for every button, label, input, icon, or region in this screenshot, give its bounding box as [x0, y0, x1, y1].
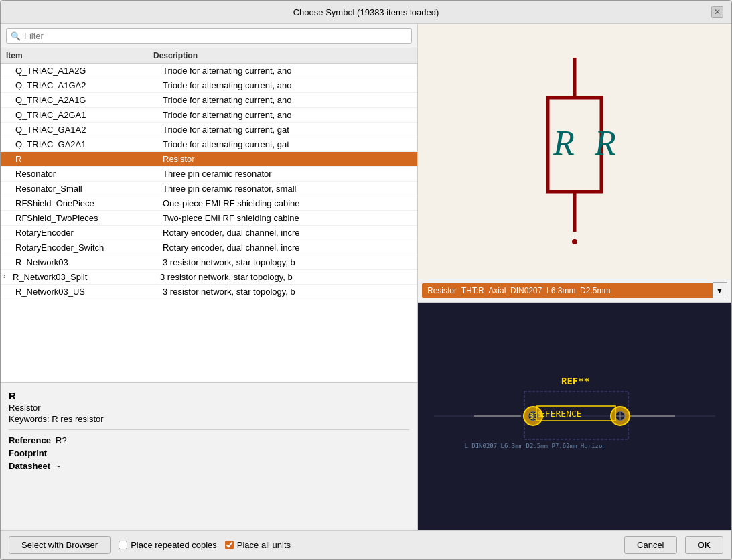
close-button[interactable]: ✕	[711, 6, 723, 18]
row-item-name: R_Network03	[15, 257, 163, 267]
place-repeated-label[interactable]: Place repeated copies	[119, 540, 217, 550]
resistor-symbol-svg: R R	[501, 44, 648, 259]
list-row[interactable]: Q_TRIAC_A2A1GTriode for alternating curr…	[1, 93, 417, 108]
left-panel: 🔍 Item Description Q_TRIAC_A1A2GTriode f…	[1, 24, 418, 530]
row-item-desc: Triode for alternating current, ano	[163, 66, 412, 76]
list-row[interactable]: RResistor	[1, 152, 417, 167]
list-row[interactable]: Resonator_SmallThree pin ceramic resonat…	[1, 182, 417, 196]
row-item-name: Resonator	[15, 169, 163, 179]
info-divider	[9, 429, 409, 430]
chevron-icon	[6, 213, 15, 223]
datasheet-field: Datasheet ~	[9, 461, 409, 471]
row-item-name: R_Network03_US	[15, 287, 163, 297]
place-repeated-text: Place repeated copies	[131, 540, 217, 550]
list-row[interactable]: RFShield_TwoPiecesTwo-piece EMI RF shiel…	[1, 211, 417, 226]
filter-input[interactable]	[24, 31, 407, 41]
list-row[interactable]: RotaryEncoderRotary encoder, dual channe…	[1, 226, 417, 240]
ok-button[interactable]: OK	[685, 536, 724, 554]
row-item-name: RFShield_TwoPieces	[15, 213, 163, 223]
svg-text:REF**: REF**	[561, 376, 589, 387]
col-desc-header: Description	[153, 51, 412, 60]
list-row[interactable]: Q_TRIAC_GA1A2Triode for alternating curr…	[1, 123, 417, 137]
place-units-label[interactable]: Place all units	[225, 540, 291, 550]
row-item-name: Q_TRIAC_A2A1G	[15, 95, 163, 105]
row-item-name: R_Network03_Split	[13, 272, 160, 282]
row-item-name: Q_TRIAC_A1GA2	[15, 80, 163, 90]
filter-bar: 🔍	[1, 24, 417, 48]
row-item-desc: Triode for alternating current, ano	[163, 110, 412, 120]
list-row[interactable]: Q_TRIAC_GA2A1Triode for alternating curr…	[1, 137, 417, 152]
row-item-name: R	[15, 154, 163, 164]
row-item-desc: Resistor	[163, 154, 412, 164]
svg-text:_L_DIN0207_L6.3mm_D2.5mm_P7.62: _L_DIN0207_L6.3mm_D2.5mm_P7.62mm_Horizon	[461, 443, 606, 449]
row-item-desc: Rotary encoder, dual channel, incre	[163, 242, 412, 253]
row-item-desc: Triode for alternating current, ano	[163, 95, 412, 105]
chevron-icon	[6, 66, 15, 76]
footprint-label: Footprint	[9, 448, 47, 458]
row-item-name: Q_TRIAC_A2GA1	[15, 110, 163, 120]
cancel-button[interactable]: Cancel	[624, 536, 676, 554]
row-item-desc: 3 resistor network, star topology, b	[163, 257, 412, 267]
select-browser-button[interactable]: Select with Browser	[9, 536, 111, 554]
svg-point-5	[572, 239, 577, 244]
chevron-icon	[6, 228, 15, 238]
chevron-icon	[6, 198, 15, 208]
footprint-preview-svg: $0 REF** EFERENCE $ _L_DIN0207_L6.3mm_D2…	[434, 354, 715, 478]
row-item-desc: Triode for alternating current, ano	[163, 80, 412, 90]
list-row[interactable]: Q_TRIAC_A1GA2Triode for alternating curr…	[1, 78, 417, 93]
row-item-desc: Triode for alternating current, gat	[163, 139, 412, 149]
row-item-name: RotaryEncoder_Switch	[15, 242, 163, 253]
row-item-desc: 3 resistor network, star topology, b	[160, 272, 412, 282]
footprint-bar: Resistor_THT:R_Axial_DIN0207_L6.3mm_D2.5…	[418, 279, 731, 303]
place-repeated-checkbox[interactable]	[119, 541, 127, 549]
list-row[interactable]: RFShield_OnePieceOne-piece EMI RF shield…	[1, 196, 417, 211]
symbol-list[interactable]: Q_TRIAC_A1A2GTriode for alternating curr…	[1, 64, 417, 382]
row-item-name: Q_TRIAC_GA1A2	[15, 125, 163, 135]
chevron-icon: ›	[3, 272, 13, 282]
choose-symbol-dialog: Choose Symbol (19383 items loaded) ✕ 🔍 I…	[0, 0, 732, 560]
keywords-value: R res resistor	[52, 414, 103, 424]
info-description: Resistor	[9, 403, 409, 413]
list-header: Item Description	[1, 48, 417, 64]
svg-text:EFERENCE: EFERENCE	[540, 409, 582, 419]
place-units-checkbox[interactable]	[225, 541, 234, 549]
chevron-icon	[6, 287, 15, 297]
search-icon: 🔍	[11, 31, 21, 41]
list-row[interactable]: ResonatorThree pin ceramic resonator	[1, 167, 417, 182]
dialog-title: Choose Symbol (19383 items loaded)	[21, 7, 711, 17]
col-item-header: Item	[6, 51, 153, 60]
list-row[interactable]: RotaryEncoder_SwitchRotary encoder, dual…	[1, 240, 417, 255]
row-item-name: RotaryEncoder	[15, 228, 163, 238]
title-bar: Choose Symbol (19383 items loaded) ✕	[1, 1, 731, 24]
row-item-desc: One-piece EMI RF shielding cabine	[163, 198, 412, 208]
reference-value: R?	[56, 435, 67, 445]
svg-text:R: R	[553, 124, 575, 162]
list-row[interactable]: Q_TRIAC_A2GA1Triode for alternating curr…	[1, 108, 417, 123]
list-row[interactable]: R_Network033 resistor network, star topo…	[1, 255, 417, 270]
chevron-icon	[6, 242, 15, 253]
row-item-name: Q_TRIAC_A1A2G	[15, 66, 163, 76]
row-item-name: Q_TRIAC_GA2A1	[15, 139, 163, 149]
info-name: R	[9, 390, 409, 401]
right-panel: R R Resistor_THT:R_Axial_DIN0207_L6.3mm_…	[418, 24, 731, 530]
list-row[interactable]: R_Network03_US3 resistor network, star t…	[1, 285, 417, 299]
row-item-desc: Three pin ceramic resonator, small	[163, 184, 412, 194]
footprint-field: Footprint	[9, 448, 409, 458]
bottom-bar: Select with Browser Place repeated copie…	[1, 530, 731, 559]
datasheet-value: ~	[55, 461, 60, 471]
list-row[interactable]: Q_TRIAC_A1A2GTriode for alternating curr…	[1, 64, 417, 78]
chevron-icon	[6, 125, 15, 135]
footprint-dropdown-button[interactable]: ▼	[713, 282, 727, 299]
chevron-icon	[6, 95, 15, 105]
info-panel: R Resistor Keywords: R res resistor Refe…	[1, 382, 417, 530]
footprint-value[interactable]: Resistor_THT:R_Axial_DIN0207_L6.3mm_D2.5…	[422, 283, 713, 298]
place-units-text: Place all units	[237, 540, 291, 550]
chevron-icon	[6, 257, 15, 267]
main-content: 🔍 Item Description Q_TRIAC_A1A2GTriode f…	[1, 24, 731, 530]
footprint-preview: $0 REF** EFERENCE $ _L_DIN0207_L6.3mm_D2…	[418, 303, 731, 530]
row-item-desc: Two-piece EMI RF shielding cabine	[163, 213, 412, 223]
svg-text:R: R	[594, 124, 616, 162]
info-keywords: Keywords: R res resistor	[9, 414, 409, 424]
list-row[interactable]: ›R_Network03_Split3 resistor network, st…	[1, 270, 417, 285]
chevron-icon	[6, 110, 15, 120]
